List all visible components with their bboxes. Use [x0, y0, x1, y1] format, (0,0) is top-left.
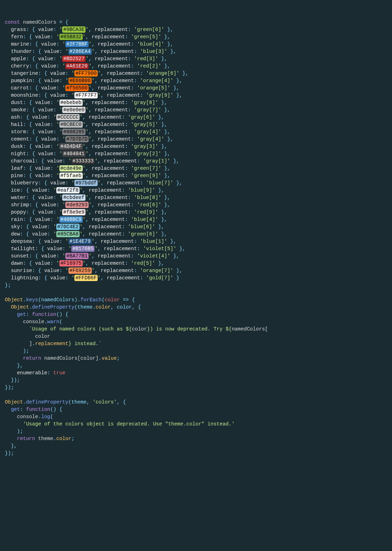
- color-key-tangerine: tangerine: [11, 71, 38, 76]
- color-key-twilight: twilight: [11, 246, 35, 251]
- color-key-cement: cement: [11, 136, 29, 142]
- color-swatch-apple: #BD2527: [62, 56, 85, 62]
- color-swatch-shrimp: #de9293: [65, 202, 89, 208]
- color-key-pine: pine: [11, 173, 23, 178]
- color-key-blueberry: blueberry: [11, 180, 38, 186]
- color-swatch-pine: #f5faeb: [59, 173, 83, 179]
- code-editor: const namedColors = { grass: { value: '#…: [5, 19, 387, 457]
- replacement-dusk: 'gray[3]': [131, 144, 158, 149]
- getter: get: [17, 312, 26, 317]
- color-swatch-ice: #eaf2f8: [56, 187, 80, 193]
- color-swatch-dusk: #4D4D4F: [59, 143, 83, 150]
- var-namedColors: namedColors: [23, 19, 56, 25]
- replacement-dust: 'gray[8]': [131, 100, 158, 105]
- color-swatch-cherry: #A61E20: [65, 63, 89, 69]
- color-swatch-pumpkin: #E66B00: [68, 78, 92, 84]
- color-key-ash: ash: [11, 114, 20, 120]
- color-key-sky: sky: [11, 224, 20, 230]
- color-key-sunset: sunset: [11, 253, 29, 259]
- color-swatch-marine: #2F7BBF: [65, 41, 89, 47]
- color-swatch-sky: #76C4E2: [56, 224, 80, 230]
- color-key-cherry: cherry: [11, 63, 29, 69]
- replacement-dawn: 'red[5]': [131, 261, 155, 266]
- color-key-charcoal: charcoal: [11, 158, 35, 164]
- color-key-hail: hail: [11, 122, 23, 127]
- color-key-leaf: leaf: [11, 166, 23, 171]
- color-swatch-sunset: #BA77B1: [65, 253, 89, 259]
- console-log: log: [41, 414, 50, 420]
- defineProperty-colors: defineProperty: [26, 399, 68, 405]
- replacement-ash: 'gray[6]': [128, 114, 155, 120]
- replacement-sunset: 'violet[4]': [137, 253, 170, 259]
- color-key-rain: rain: [11, 217, 23, 222]
- color-swatch-smoke: #e0e0e0: [62, 107, 85, 113]
- replacement-twilight: 'violet[5]': [143, 246, 177, 251]
- template-literal: `Usage of named colors (such as ${: [29, 326, 132, 332]
- replacement-sunrise: 'orange[7]': [140, 268, 173, 273]
- color-swatch-moonshine: #F7F7F7: [74, 92, 98, 98]
- object-global: Object: [5, 297, 23, 303]
- color-key-ice: ice: [11, 187, 20, 193]
- color-swatch-dawn: #F16975: [59, 260, 83, 266]
- replacement-thunder: 'blue[3]': [140, 49, 167, 54]
- replacement-cherry: 'red[2]': [137, 63, 161, 69]
- replacement-dew: 'green[6]': [128, 231, 158, 237]
- color-swatch-grass: #9BCA3E: [62, 26, 85, 33]
- color-swatch-tangerine: #FF7900: [74, 70, 98, 77]
- color-swatch-twilight: #8176B5: [71, 246, 95, 252]
- color-swatch-lightning: #FFDB6F: [74, 275, 98, 281]
- replacement-moonshine: 'gray[9]': [146, 93, 173, 98]
- replacement-marine: 'blue[4]': [137, 41, 164, 47]
- color-key-carrot: carrot: [11, 85, 29, 91]
- color-swatch-rain: #408BC9: [59, 216, 83, 223]
- replacement-pine: 'green[9]': [131, 173, 161, 178]
- color-swatch-storm: #808285: [62, 129, 85, 135]
- console-warn: warn: [47, 319, 59, 325]
- deprecation-string: 'Usage of the colors object is deprecate…: [23, 421, 235, 427]
- replacement-poppy: 'red[9]': [134, 209, 158, 215]
- replacement-sky: 'blue[6]': [128, 224, 155, 230]
- color-key-dusk: dusk: [11, 144, 23, 149]
- color-swatch-poppy: #f8e9e9: [62, 209, 85, 215]
- color-swatch-blueberry: #97bddf: [74, 180, 98, 186]
- color-key-thunder: thunder: [11, 49, 32, 54]
- replacement-pumpkin: 'orange[4]': [140, 78, 173, 83]
- color-key-water: water: [11, 195, 26, 200]
- replacement-hail: 'gray[5]': [131, 122, 158, 127]
- replacement-lightning: 'gold[7]': [146, 275, 173, 281]
- color-swatch-water: #cbdeef: [62, 194, 85, 201]
- color-swatch-carrot: #f56500: [65, 85, 89, 91]
- color-key-marine: marine: [11, 41, 29, 47]
- color-key-shrimp: shrimp: [11, 202, 29, 208]
- color-swatch-sunrise: #F69259: [68, 267, 92, 274]
- color-key-lightning: lightning: [11, 275, 38, 281]
- color-swatch-ash: #CCCCCC: [56, 114, 80, 120]
- replacement-charcoal: 'gray[1]': [143, 158, 170, 164]
- forEach-call: forEach: [81, 297, 102, 303]
- color-key-dust: dust: [11, 100, 23, 105]
- color-key-moonshine: moonshine: [11, 93, 38, 98]
- replacement-tangerine: 'orange[6]': [146, 71, 179, 76]
- replacement-grass: 'green[6]': [134, 27, 164, 32]
- replacement-fern: 'green[5]': [131, 34, 161, 40]
- replacement-cement: 'gray[4]': [137, 136, 164, 142]
- color-swatch-deepsea: #1E4E79: [68, 238, 92, 245]
- color-key-pumpkin: pumpkin: [11, 78, 32, 83]
- color-swatch-thunder: #286EA4: [68, 48, 92, 55]
- replacement-blueberry: 'blue[7]': [146, 180, 173, 186]
- color-key-dew: dew: [11, 231, 20, 237]
- color-swatch-dust: #ebebeb: [59, 99, 83, 106]
- replacement-smoke: 'gray[7]': [134, 107, 161, 113]
- color-key-smoke: smoke: [11, 107, 26, 113]
- color-key-dawn: dawn: [11, 261, 23, 266]
- color-swatch-cement: #7D7D7D: [65, 136, 89, 142]
- color-key-storm: storm: [11, 129, 26, 135]
- replacement-storm: 'gray[4]': [134, 129, 161, 135]
- color-key-fern: fern: [11, 34, 23, 40]
- color-key-apple: apple: [11, 56, 26, 62]
- defineProperty-call: defineProperty: [32, 304, 74, 310]
- replacement-deepsea: 'blue[1]': [140, 239, 167, 244]
- keyword-const: const: [5, 19, 20, 25]
- color-swatch-fern: #85B832: [59, 34, 83, 40]
- replacement-ice: 'blue[9]': [128, 187, 155, 193]
